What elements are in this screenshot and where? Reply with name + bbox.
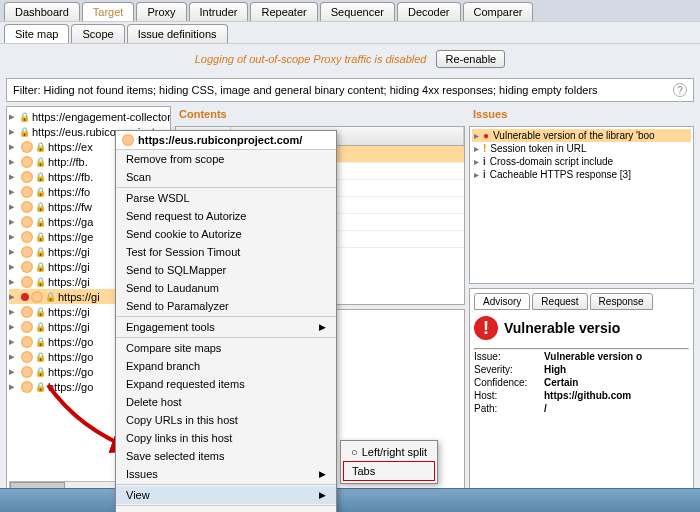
- menu-item-delete-host[interactable]: Delete host: [116, 393, 336, 411]
- menu-item-compare-site-maps[interactable]: Compare site maps: [116, 339, 336, 357]
- tab-advisory[interactable]: Advisory: [474, 293, 530, 310]
- tab-sequencer[interactable]: Sequencer: [320, 2, 395, 21]
- main-tabs: DashboardTargetProxyIntruderRepeaterSequ…: [0, 0, 700, 21]
- menu-item-send-to-sqlmapper[interactable]: Send to SQLMapper: [116, 261, 336, 279]
- advisory-row: Host:https://github.com: [474, 389, 689, 402]
- menu-item-send-to-laudanum[interactable]: Send to Laudanum: [116, 279, 336, 297]
- globe-icon: [122, 134, 134, 146]
- tab-response[interactable]: Response: [590, 293, 653, 310]
- globe-icon: [21, 201, 33, 213]
- tab-dashboard[interactable]: Dashboard: [4, 2, 80, 21]
- advisory-row: Path:/: [474, 402, 689, 415]
- subtab-issue-definitions[interactable]: Issue definitions: [127, 24, 228, 43]
- issue-item[interactable]: ▸!Session token in URL: [472, 142, 691, 155]
- menu-item-copy-urls-in-this-host[interactable]: Copy URLs in this host: [116, 411, 336, 429]
- sub-tabs: Site mapScopeIssue definitions: [0, 21, 700, 43]
- main-area: ▸🔒https://engagement-collector.▸🔒https:/…: [0, 106, 700, 496]
- globe-icon: [21, 321, 33, 333]
- menu-item-test-for-session-timout[interactable]: Test for Session Timout: [116, 243, 336, 261]
- advisory-row: Confidence:Certain: [474, 376, 689, 389]
- menu-item-copy-links-in-this-host[interactable]: Copy links in this host: [116, 429, 336, 447]
- menu-item-expand-branch[interactable]: Expand branch: [116, 357, 336, 375]
- context-menu[interactable]: https://eus.rubiconproject.com/ Remove f…: [115, 130, 337, 512]
- subtab-site-map[interactable]: Site map: [4, 24, 69, 43]
- issue-item[interactable]: ▸●Vulnerable version of the library 'boo: [472, 129, 691, 142]
- submenu-item-tabs[interactable]: Tabs: [343, 461, 435, 481]
- menu-item-expand-requested-items[interactable]: Expand requested items: [116, 375, 336, 393]
- reenable-button[interactable]: Re-enable: [436, 50, 505, 68]
- menu-item-view[interactable]: View▶: [116, 486, 336, 504]
- tab-request[interactable]: Request: [532, 293, 587, 310]
- filter-text: Filter: Hiding not found items; hiding C…: [13, 84, 598, 96]
- right-column: Issues ▸●Vulnerable version of the libra…: [469, 106, 694, 496]
- tab-intruder[interactable]: Intruder: [189, 2, 249, 21]
- globe-icon: [21, 246, 33, 258]
- advisory-row: Severity:High: [474, 363, 689, 376]
- filter-bar[interactable]: Filter: Hiding not found items; hiding C…: [6, 78, 694, 102]
- view-submenu[interactable]: ○Left/right splitTabs: [340, 440, 438, 484]
- issues-header: Issues: [469, 106, 694, 122]
- menu-item-issues[interactable]: Issues▶: [116, 465, 336, 483]
- advisory-panel: Advisory Request Response ! Vulnerable v…: [469, 288, 694, 496]
- globe-icon: [21, 171, 33, 183]
- globe-icon: [21, 336, 33, 348]
- issue-item[interactable]: ▸iCross-domain script include: [472, 155, 691, 168]
- submenu-item-left-right-split[interactable]: ○Left/right split: [343, 443, 435, 461]
- advisory-title: Vulnerable versio: [504, 320, 620, 336]
- globe-icon: [21, 306, 33, 318]
- globe-icon: [21, 186, 33, 198]
- globe-icon: [21, 216, 33, 228]
- globe-icon: [21, 261, 33, 273]
- globe-icon: [21, 351, 33, 363]
- taskbar: [0, 488, 700, 512]
- globe-icon: [21, 141, 33, 153]
- globe-icon: [21, 276, 33, 288]
- tab-proxy[interactable]: Proxy: [136, 2, 186, 21]
- globe-icon: [21, 156, 33, 168]
- advisory-row: Issue:Vulnerable version o: [474, 350, 689, 363]
- menu-item-engagement-tools[interactable]: Engagement tools▶: [116, 318, 336, 336]
- tree-item[interactable]: ▸🔒https://engagement-collector.: [9, 109, 168, 124]
- globe-icon: [31, 291, 43, 303]
- subtab-scope[interactable]: Scope: [71, 24, 124, 43]
- banner-text: Logging of out-of-scope Proxy traffic is…: [195, 53, 427, 65]
- globe-icon: [21, 366, 33, 378]
- menu-item-send-request-to-autorize[interactable]: Send request to Autorize: [116, 207, 336, 225]
- tab-target[interactable]: Target: [82, 2, 135, 21]
- globe-icon: [21, 231, 33, 243]
- tab-comparer[interactable]: Comparer: [463, 2, 534, 21]
- menu-item-remove-from-scope[interactable]: Remove from scope: [116, 150, 336, 168]
- menu-item-send-cookie-to-autorize[interactable]: Send cookie to Autorize: [116, 225, 336, 243]
- issue-item[interactable]: ▸iCacheable HTTPS response [3]: [472, 168, 691, 181]
- menu-item-scan[interactable]: Scan: [116, 168, 336, 186]
- tab-repeater[interactable]: Repeater: [250, 2, 317, 21]
- menu-item-save-selected-items[interactable]: Save selected items: [116, 447, 336, 465]
- globe-icon: [21, 381, 33, 393]
- severity-icon: !: [474, 316, 498, 340]
- tab-decoder[interactable]: Decoder: [397, 2, 461, 21]
- contents-header: Contents: [175, 106, 465, 122]
- menu-item-parse-wsdl[interactable]: Parse WSDL: [116, 189, 336, 207]
- context-menu-header: https://eus.rubiconproject.com/: [116, 131, 336, 150]
- scope-banner: Logging of out-of-scope Proxy traffic is…: [0, 43, 700, 74]
- issues-list[interactable]: ▸●Vulnerable version of the library 'boo…: [469, 126, 694, 284]
- menu-item-show-new-site-map-window[interactable]: Show new site map window: [116, 507, 336, 512]
- help-icon[interactable]: ?: [673, 83, 687, 97]
- menu-item-send-to-paramalyzer[interactable]: Send to Paramalyzer: [116, 297, 336, 315]
